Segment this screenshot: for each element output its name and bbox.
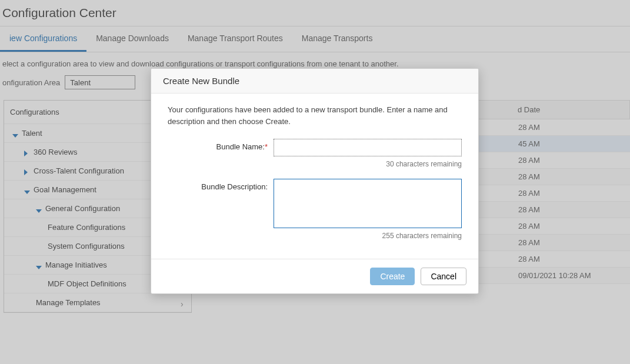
create-bundle-dialog: Create New Bundle Your configurations ha… [151, 68, 479, 294]
bundle-name-counter: 30 characters remaining [168, 160, 462, 168]
dialog-intro: Your configurations have been added to a… [168, 104, 462, 127]
cancel-button[interactable]: Cancel [421, 268, 466, 285]
bundle-name-input[interactable] [274, 139, 462, 156]
bundle-name-label: Bundle Name:* [168, 139, 274, 151]
dialog-title: Create New Bundle [151, 69, 478, 93]
bundle-description-counter: 255 characters remaining [168, 232, 462, 240]
required-icon: * [265, 142, 268, 151]
bundle-description-label: Bundle Description: [168, 179, 274, 191]
bundle-description-input[interactable] [274, 179, 462, 228]
create-button[interactable]: Create [370, 268, 415, 285]
